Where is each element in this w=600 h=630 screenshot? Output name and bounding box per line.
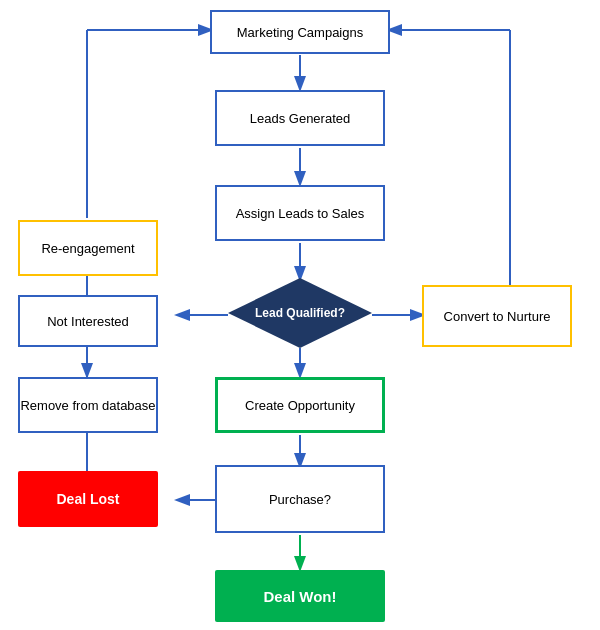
deal-won-node: Deal Won!: [215, 570, 385, 622]
not-interested-node: Not Interested: [18, 295, 158, 347]
lead-qualified-node: Lead Qualified?: [228, 278, 372, 348]
create-opportunity-node: Create Opportunity: [215, 377, 385, 433]
reengagement-node: Re-engagement: [18, 220, 158, 276]
remove-db-node: Remove from database: [18, 377, 158, 433]
purchase-node: Purchase?: [215, 465, 385, 533]
flowchart-diagram: Marketing Campaigns Leads Generated Assi…: [0, 0, 600, 630]
marketing-campaigns-node: Marketing Campaigns: [210, 10, 390, 54]
deal-lost-node: Deal Lost: [18, 471, 158, 527]
leads-generated-node: Leads Generated: [215, 90, 385, 146]
convert-nurture-node: Convert to Nurture: [422, 285, 572, 347]
assign-leads-node: Assign Leads to Sales: [215, 185, 385, 241]
